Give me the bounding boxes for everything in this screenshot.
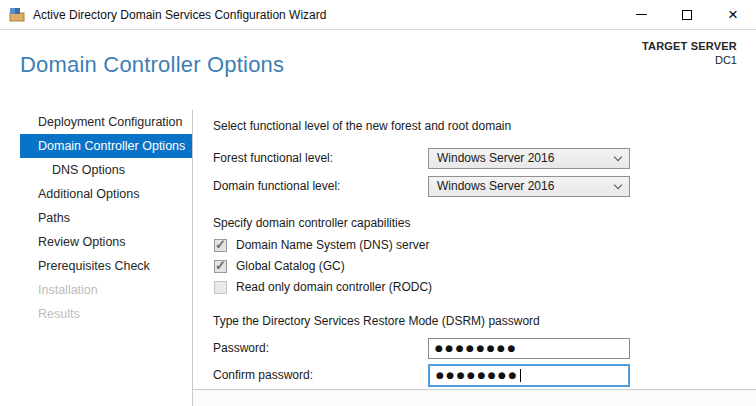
forest-functional-level-row: Forest functional level: Windows Server … [213,147,630,169]
nav-item-installation: Installation [20,278,192,302]
dns-server-checkbox-label: Domain Name System (DNS) server [236,238,429,252]
capabilities-heading: Specify domain controller capabilities [213,216,410,230]
dns-server-checkbox[interactable]: ✓ [214,239,227,252]
functional-level-heading: Select functional level of the new fores… [213,119,511,133]
footer-divider-area [193,389,756,406]
close-icon: × [728,6,738,23]
target-server-block: TARGET SERVER DC1 [642,40,737,66]
minimize-icon [636,14,647,15]
maximize-button[interactable] [664,0,710,29]
password-label: Password: [213,341,428,355]
text-cursor [520,369,521,382]
nav-item-domain-controller-options[interactable]: Domain Controller Options [20,134,192,158]
nav-item-additional-options[interactable]: Additional Options [20,182,192,206]
confirm-password-masked-value: ●●●●●●●● [436,371,519,380]
chevron-down-icon [614,180,622,188]
password-masked-value: ●●●●●●●● [435,344,518,353]
close-button[interactable]: × [710,0,756,29]
nav-item-paths[interactable]: Paths [20,206,192,230]
forest-functional-level-label: Forest functional level: [213,151,428,165]
check-icon: ✓ [215,237,226,252]
domain-functional-level-value: Windows Server 2016 [437,179,554,193]
titlebar: Active Directory Domain Services Configu… [0,0,756,30]
confirm-password-label: Confirm password: [213,368,428,382]
minimize-button[interactable] [618,0,664,29]
check-icon: ✓ [215,258,226,273]
confirm-password-input[interactable]: ●●●●●●●● [428,364,630,387]
page-header: Domain Controller Options TARGET SERVER … [0,30,756,110]
window-title: Active Directory Domain Services Configu… [33,8,326,22]
wizard-app-icon [9,7,25,23]
global-catalog-checkbox-label: Global Catalog (GC) [236,259,345,273]
target-server-label: TARGET SERVER [642,40,737,52]
maximize-icon [682,10,692,20]
nav-item-review-options[interactable]: Review Options [20,230,192,254]
nav-item-deployment-configuration[interactable]: Deployment Configuration [20,110,192,134]
domain-functional-level-row: Domain functional level: Windows Server … [213,175,630,197]
forest-functional-level-value: Windows Server 2016 [437,151,554,165]
global-catalog-checkbox-row: ✓ Global Catalog (GC) [214,258,345,274]
dns-server-checkbox-row: ✓ Domain Name System (DNS) server [214,237,429,253]
nav-item-results: Results [20,302,192,326]
window-controls: × [618,0,756,29]
confirm-password-row: Confirm password: ●●●●●●●● [213,364,630,386]
domain-functional-level-select[interactable]: Windows Server 2016 [428,176,630,197]
forest-functional-level-select[interactable]: Windows Server 2016 [428,148,630,169]
rodc-checkbox-label: Read only domain controller (RODC) [236,280,432,294]
nav-item-dns-options[interactable]: DNS Options [20,158,192,182]
password-input[interactable]: ●●●●●●●● [428,338,630,359]
nav-item-prerequisites-check[interactable]: Prerequisites Check [20,254,192,278]
domain-functional-level-label: Domain functional level: [213,179,428,193]
target-server-name: DC1 [642,54,737,66]
rodc-checkbox-row: Read only domain controller (RODC) [214,279,432,295]
wizard-nav-sidebar: Deployment Configuration Domain Controll… [0,110,193,406]
chevron-down-icon [614,152,622,160]
dsrm-heading: Type the Directory Services Restore Mode… [213,314,540,328]
main-content: Select functional level of the new fores… [213,110,653,390]
page-title: Domain Controller Options [20,52,284,78]
global-catalog-checkbox[interactable]: ✓ [214,260,227,273]
rodc-checkbox[interactable] [214,281,227,294]
password-row: Password: ●●●●●●●● [213,337,630,359]
